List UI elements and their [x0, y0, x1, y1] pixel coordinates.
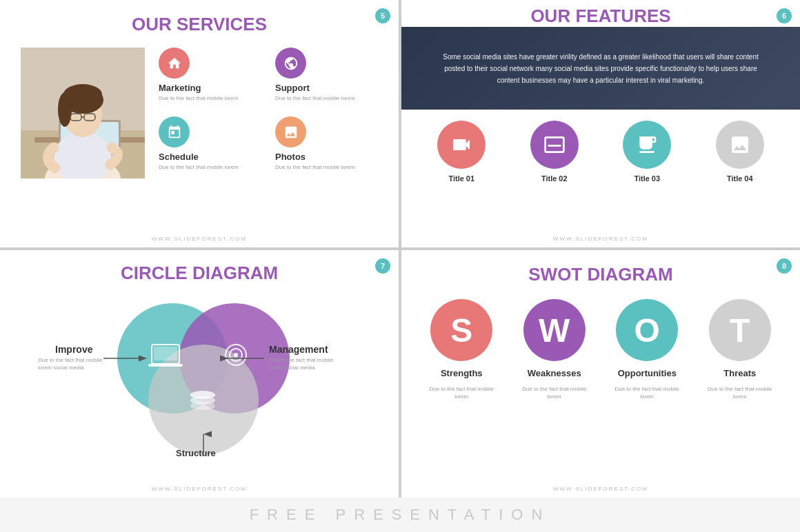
slide2-title: OUR FEATURES [422, 6, 779, 27]
title-accent-4: DIAGRAM [588, 264, 673, 285]
swot-w-letter: W [539, 311, 570, 349]
title-plain: OUR [132, 14, 172, 34]
feature-title03: Title 03 [623, 121, 671, 183]
svg-text:lorem social media: lorem social media [38, 365, 84, 371]
svg-text:Due to the fact that mobile: Due to the fact that mobile [160, 460, 225, 462]
swot-o-desc: Due to the fact that mobile lorem [612, 385, 681, 400]
slide3-watermark: WWW.SLIDEFOREST.COM [152, 486, 247, 492]
swot-weaknesses: W Weaknesses Due to the fact that mobile… [520, 299, 589, 400]
title-plain-2: OUR [530, 6, 570, 26]
swot-s-circle: S [430, 299, 492, 361]
swot-t-desc: Due to the fact that mobile lorem [706, 385, 774, 400]
swot-threats: T Threats Due to the fact that mobile lo… [706, 299, 774, 400]
service-photos: Photos Due to the fact that mobile lorem [275, 116, 378, 178]
svg-text:lorem social media: lorem social media [269, 365, 315, 371]
slide-swot: 8 SWOT DIAGRAM S Strengths Due to the fa… [401, 250, 800, 498]
swot-strengths: S Strengths Due to the fact that mobile … [427, 299, 496, 400]
swot-s-label: Strengths [441, 368, 483, 378]
schedule-desc: Due to the fact that mobile lorem [159, 163, 239, 171]
photos-icon [275, 116, 306, 147]
feature-title02: Title 02 [530, 121, 579, 183]
marketing-desc: Due to the fact that mobile lorem [159, 94, 239, 102]
service-support: Support Due to the fact that mobile lore… [275, 48, 378, 110]
slide4-watermark: WWW.SLIDEFOREST.COM [553, 486, 648, 492]
svg-text:Improve: Improve [55, 344, 93, 355]
feature-icon-2 [530, 121, 579, 169]
support-icon [275, 48, 306, 79]
service-schedule: Schedule Due to the fact that mobile lor… [159, 116, 261, 178]
feature-label-3: Title 03 [634, 174, 660, 183]
swot-w-circle: W [523, 299, 586, 361]
title-plain-4: SWOT [528, 264, 582, 285]
title-accent: SERVICES [177, 14, 267, 34]
swot-items-row: S Strengths Due to the fact that mobile … [415, 299, 786, 400]
feature-icon-1 [437, 121, 486, 169]
support-name: Support [275, 83, 310, 93]
title-accent-3: DIAGRAM [192, 263, 278, 283]
slide3-title: CIRCLE DIAGRAM [14, 263, 385, 284]
svg-point-12 [63, 84, 102, 105]
features-header-text: Some social media sites have greater vir… [435, 51, 766, 86]
features-header: Some social media sites have greater vir… [401, 27, 800, 110]
slide1-watermark: WWW.SLIDEFOREST.COM [152, 236, 247, 242]
slide-badge-1: 5 [375, 8, 390, 23]
svg-rect-21 [154, 347, 177, 360]
slide-services: 5 OUR SERVICES [0, 0, 399, 247]
feature-icon-4 [716, 121, 764, 169]
features-icons-row: Title 01 Title 02 Title 03 [401, 110, 800, 191]
photos-desc: Due to the fact that mobile lorem [275, 163, 355, 171]
services-grid: Marketing Due to the fact that mobile lo… [159, 48, 378, 178]
footer: FREE PRESENTATION [0, 498, 800, 532]
feature-label-4: Title 04 [727, 174, 753, 183]
support-desc: Due to the fact that mobile lorem [275, 94, 355, 102]
slide2-title-area: OUR FEATURES [401, 0, 800, 27]
slide-badge-3: 7 [375, 258, 390, 274]
swot-w-desc: Due to the fact that mobile lorem [520, 385, 589, 400]
slide4-title: SWOT DIAGRAM [415, 264, 786, 285]
feature-icon-3 [623, 121, 671, 169]
swot-o-circle: O [616, 299, 678, 361]
slide-features: 6 OUR FEATURES Some social media sites h… [401, 0, 800, 247]
slide-badge-2: 6 [777, 8, 792, 23]
swot-opportunities: O Opportunities Due to the fact that mob… [612, 299, 681, 400]
swot-o-letter: O [634, 311, 660, 349]
slides-grid: 5 OUR SERVICES [0, 0, 800, 498]
swot-o-label: Opportunities [618, 368, 677, 378]
slide1-title: OUR SERVICES [21, 14, 378, 35]
feature-title04: Title 04 [716, 121, 764, 183]
svg-point-24 [234, 353, 238, 357]
slide-badge-4: 8 [777, 258, 792, 274]
svg-text:Structure: Structure [176, 448, 216, 458]
svg-text:Due to the fact that mobile: Due to the fact that mobile [269, 357, 334, 363]
swot-t-letter: T [730, 311, 750, 349]
service-marketing: Marketing Due to the fact that mobile lo… [159, 48, 261, 110]
swot-s-desc: Due to the fact that mobile lorem [427, 385, 496, 400]
title-plain-3: CIRCLE [121, 263, 188, 283]
swot-t-circle: T [709, 299, 771, 361]
marketing-name: Marketing [159, 83, 201, 93]
venn-diagram: Improve Due to the fact that mobile lore… [14, 296, 385, 462]
svg-text:Due to the fact that mobile: Due to the fact that mobile [38, 357, 103, 363]
schedule-name: Schedule [159, 152, 199, 162]
swot-s-letter: S [450, 311, 472, 349]
swot-w-label: Weaknesses [528, 368, 581, 378]
svg-text:Management: Management [269, 344, 328, 355]
footer-text: FREE PRESENTATION [250, 506, 551, 524]
slide-circle-diagram: 7 CIRCLE DIAGRAM [0, 250, 399, 498]
slide2-watermark: WWW.SLIDEFOREST.COM [553, 236, 648, 242]
feature-title01: Title 01 [437, 121, 486, 183]
services-image [21, 48, 145, 178]
schedule-icon [159, 116, 190, 147]
photos-name: Photos [275, 152, 306, 162]
slide1-content: Marketing Due to the fact that mobile lo… [21, 48, 378, 178]
feature-label-2: Title 02 [541, 174, 568, 183]
marketing-icon [159, 48, 190, 79]
swot-t-label: Threats [723, 368, 756, 378]
feature-label-1: Title 01 [448, 174, 474, 183]
svg-rect-20 [148, 364, 183, 367]
title-accent-2: FEATURES [575, 6, 670, 26]
svg-point-27 [190, 402, 215, 410]
